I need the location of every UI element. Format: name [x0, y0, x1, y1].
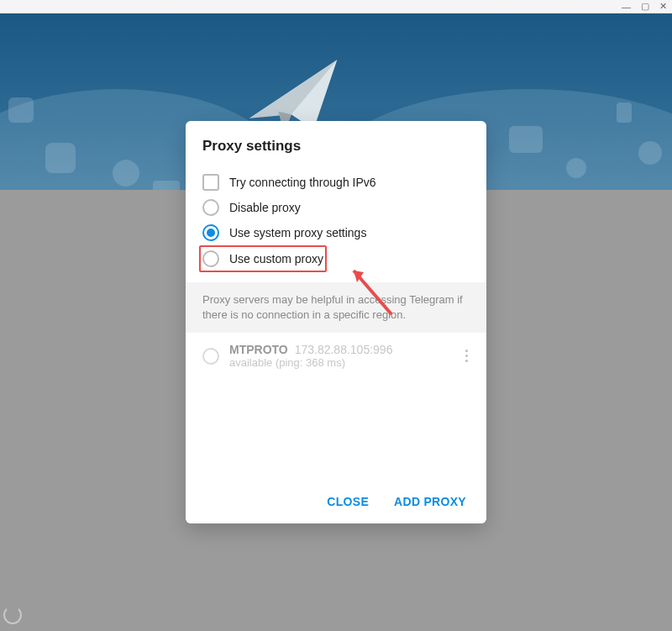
bg-icon: [151, 177, 181, 190]
custom-proxy-label: Use custom proxy: [229, 252, 323, 266]
dialog-title: Proxy settings: [202, 138, 470, 155]
bg-icon: [0, 89, 42, 139]
spacer: [186, 379, 486, 481]
minimize-button[interactable]: —: [622, 2, 631, 12]
svg-rect-6: [617, 103, 632, 123]
radio-icon: [202, 250, 219, 267]
proxy-protocol: MTPROTO: [229, 343, 288, 356]
svg-rect-1: [45, 143, 76, 173]
bg-icon: [506, 123, 546, 156]
bg-icon: [612, 97, 637, 128]
svg-point-2: [113, 160, 139, 187]
bg-icon: [109, 156, 143, 190]
disable-proxy-label: Disable proxy: [229, 201, 301, 214]
radio-icon: [202, 199, 219, 216]
maximize-button[interactable]: ▢: [641, 1, 649, 12]
options-group: Try connecting through IPv6 Disable prox…: [186, 166, 486, 282]
svg-rect-4: [509, 126, 543, 153]
add-proxy-button[interactable]: ADD PROXY: [394, 495, 466, 508]
proxy-settings-dialog: Proxy settings Try connecting through IP…: [186, 121, 486, 523]
disable-proxy-radio-row[interactable]: Disable proxy: [202, 195, 470, 220]
loading-spinner-icon: [3, 606, 22, 624]
checkbox-icon: [202, 174, 219, 191]
proxy-list: MTPROTO 173.82.88.105:996 available (pin…: [186, 333, 486, 379]
bg-icon: [637, 139, 664, 166]
svg-rect-0: [8, 97, 34, 123]
close-window-button[interactable]: ✕: [659, 1, 667, 12]
system-proxy-radio-row[interactable]: Use system proxy settings: [202, 220, 470, 245]
titlebar: — ▢ ✕: [0, 0, 672, 13]
svg-point-5: [566, 158, 586, 178]
proxy-item[interactable]: MTPROTO 173.82.88.105:996 available (pin…: [202, 343, 470, 369]
close-button[interactable]: CLOSE: [327, 495, 369, 508]
radio-icon: [202, 348, 219, 365]
bg-icon: [42, 139, 79, 176]
svg-rect-3: [153, 181, 180, 190]
kebab-menu-icon[interactable]: [464, 348, 470, 364]
proxy-text: MTPROTO 173.82.88.105:996 available (pin…: [229, 343, 454, 369]
svg-marker-9: [354, 271, 364, 282]
ipv6-checkbox-row[interactable]: Try connecting through IPv6: [202, 170, 470, 195]
proxy-address: 173.82.88.105:996: [295, 343, 393, 356]
annotation-highlight: Use custom proxy: [199, 245, 327, 272]
ipv6-label: Try connecting through IPv6: [229, 176, 376, 189]
dialog-footer: CLOSE ADD PROXY: [186, 481, 486, 523]
proxy-status: available (ping: 368 ms): [229, 356, 454, 369]
dialog-header: Proxy settings: [186, 121, 486, 166]
custom-proxy-radio-row[interactable]: Use custom proxy: [202, 250, 323, 267]
info-text: Proxy servers may be helpful in accessin…: [186, 282, 486, 333]
system-proxy-label: Use system proxy settings: [229, 226, 366, 239]
radio-icon: [202, 224, 219, 241]
svg-point-7: [638, 141, 662, 165]
bg-icon: [564, 156, 588, 180]
